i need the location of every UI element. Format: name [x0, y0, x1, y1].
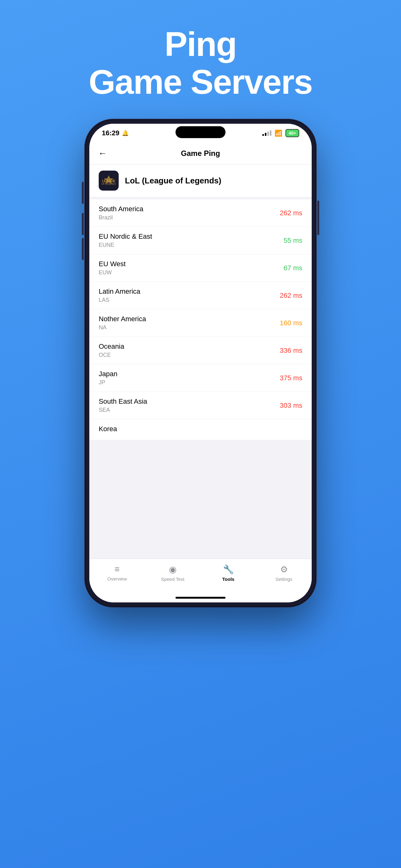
server-info: Korea	[99, 425, 117, 434]
server-item[interactable]: EU West EUW 67 ms	[89, 254, 312, 282]
server-code: EUNE	[99, 242, 152, 248]
hero-line2: Game Servers	[89, 63, 312, 101]
game-icon: LEAGUE OF LEGENDS	[99, 170, 119, 191]
game-header: LEAGUE OF LEGENDS LoL (League of Legends…	[89, 164, 312, 197]
ping-value: 336 ms	[280, 346, 302, 354]
status-icons: 📶 40+	[262, 129, 299, 137]
server-code: JP	[99, 379, 118, 386]
tools-tab-label: Tools	[222, 577, 235, 582]
settings-tab-label: Settings	[275, 577, 292, 582]
overview-tab-label: Overview	[107, 576, 127, 582]
svg-text:OF LEGENDS: OF LEGENDS	[101, 183, 115, 185]
bell-icon: 🔔	[122, 130, 129, 136]
home-indicator	[89, 593, 312, 602]
overview-tab-icon: ≡	[114, 564, 120, 574]
time-display: 16:29	[102, 129, 119, 137]
ping-value: 262 ms	[280, 291, 302, 300]
tab-speedtest[interactable]: ◉ Speed Test	[145, 564, 201, 582]
home-indicator-bar	[175, 597, 226, 599]
server-info: Latin America LAS	[99, 287, 140, 303]
server-item[interactable]: Nother America NA 160 ms	[89, 309, 312, 337]
server-item[interactable]: Korea	[89, 419, 312, 440]
back-button[interactable]: ←	[98, 148, 107, 158]
server-info: EU Nordic & East EUNE	[99, 232, 152, 248]
tools-tab-icon: 🔧	[223, 564, 234, 575]
phone-frame: 16:29 🔔 📶 40+ ← Game Ping	[85, 119, 316, 607]
server-name: Japan	[99, 370, 118, 378]
lol-logo-icon: LEAGUE OF LEGENDS	[101, 173, 116, 188]
server-list[interactable]: South America Brazil 262 ms EU Nordic & …	[89, 199, 312, 559]
server-name: Korea	[99, 425, 117, 433]
ping-value: 67 ms	[283, 264, 302, 272]
server-item[interactable]: Latin America LAS 262 ms	[89, 282, 312, 309]
speedtest-tab-icon: ◉	[169, 564, 176, 575]
server-name: South East Asia	[99, 398, 147, 406]
battery-indicator: 40+	[286, 129, 299, 137]
server-name: Oceania	[99, 342, 124, 350]
ping-value: 375 ms	[280, 374, 302, 382]
server-item[interactable]: South East Asia SEA 303 ms	[89, 392, 312, 419]
server-info: EU West EUW	[99, 260, 126, 276]
server-name: EU West	[99, 260, 126, 268]
speedtest-tab-label: Speed Test	[161, 577, 185, 582]
server-code: Brazil	[99, 214, 143, 221]
server-code: LAS	[99, 297, 140, 303]
tab-settings[interactable]: ⚙ Settings	[256, 564, 312, 582]
phone-screen: 16:29 🔔 📶 40+ ← Game Ping	[89, 124, 312, 602]
server-item[interactable]: Japan JP 375 ms	[89, 364, 312, 392]
signal-bar-4	[270, 130, 271, 136]
server-code: SEA	[99, 407, 147, 413]
tab-bar: ≡ Overview ◉ Speed Test 🔧 Tools ⚙ Settin…	[89, 559, 312, 593]
signal-bar-2	[265, 133, 266, 136]
server-info: Nother America NA	[99, 315, 146, 331]
status-time: 16:29 🔔	[102, 129, 129, 137]
ping-value: 160 ms	[280, 319, 302, 327]
nav-header: ← Game Ping	[89, 143, 312, 164]
game-title: LoL (League of Legends)	[125, 176, 222, 186]
signal-bars	[262, 130, 271, 136]
server-item[interactable]: South America Brazil 262 ms	[89, 199, 312, 227]
page-title: Game Ping	[181, 149, 220, 158]
signal-bar-3	[267, 131, 269, 136]
server-code: OCE	[99, 352, 124, 359]
server-info: Oceania OCE	[99, 342, 124, 359]
signal-bar-1	[262, 134, 264, 136]
tab-overview[interactable]: ≡ Overview	[89, 564, 145, 582]
hero-line1: Ping	[89, 25, 312, 63]
wifi-icon: 📶	[274, 129, 282, 137]
settings-tab-icon: ⚙	[280, 564, 288, 575]
server-item[interactable]: Oceania OCE 336 ms	[89, 337, 312, 364]
server-info: Japan JP	[99, 370, 118, 386]
server-name: Nother America	[99, 315, 146, 323]
server-code: NA	[99, 324, 146, 331]
server-name: EU Nordic & East	[99, 232, 152, 241]
ping-value: 262 ms	[280, 209, 302, 217]
tab-tools[interactable]: 🔧 Tools	[201, 564, 256, 582]
server-name: South America	[99, 205, 143, 213]
server-name: Latin America	[99, 287, 140, 296]
server-code: EUW	[99, 269, 126, 276]
server-info: South America Brazil	[99, 205, 143, 221]
server-item[interactable]: EU Nordic & East EUNE 55 ms	[89, 227, 312, 254]
ping-value: 303 ms	[280, 402, 302, 410]
ping-value: 55 ms	[283, 237, 302, 245]
server-info: South East Asia SEA	[99, 398, 147, 413]
hero-title: Ping Game Servers	[89, 25, 312, 101]
dynamic-island	[175, 126, 226, 138]
